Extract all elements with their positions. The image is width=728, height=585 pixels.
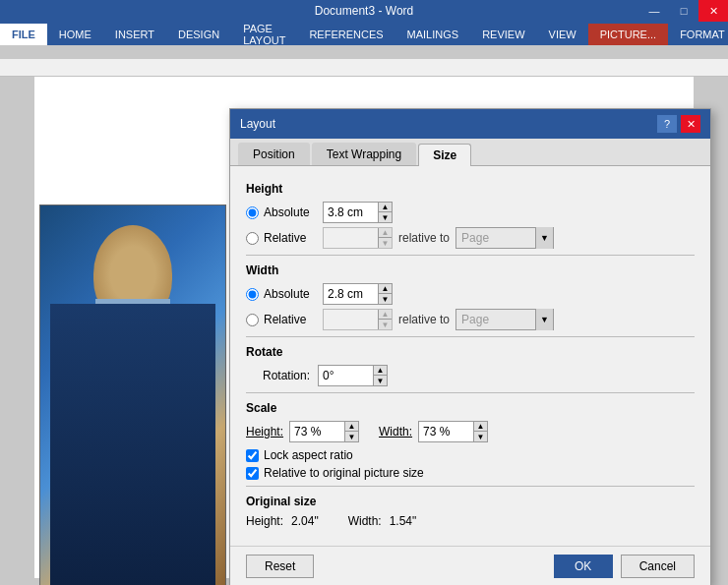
width-absolute-row: Absolute ▲ ▼ (246, 283, 695, 305)
height-relative-down-btn: ▼ (378, 238, 392, 248)
dialog-title: Layout (240, 117, 275, 131)
width-relative-spinner-btns: ▲ ▼ (378, 310, 392, 329)
original-height-label: Height: (246, 514, 283, 528)
width-absolute-label: Absolute (264, 287, 323, 301)
height-relative-up-btn: ▲ (378, 228, 392, 238)
width-relative-to-dropdown[interactable]: Page ▼ (455, 309, 554, 330)
scale-width-spinner[interactable]: ▲ ▼ (418, 421, 488, 442)
original-section-header: Original size (246, 495, 695, 508)
height-absolute-spinner-btns: ▲ ▼ (378, 203, 392, 222)
lock-aspect-row: Lock aspect ratio (246, 448, 695, 462)
height-relative-to-label: relative to (398, 231, 450, 245)
original-width-value: 1.54" (390, 514, 417, 528)
relative-original-row: Relative to original picture size (246, 466, 695, 480)
width-relative-to-arrow[interactable]: ▼ (535, 309, 553, 330)
width-relative-to-value: Page (456, 311, 535, 328)
height-relative-label: Relative (264, 231, 323, 245)
scale-height-input[interactable] (290, 422, 344, 441)
rotation-spinner[interactable]: ▲ ▼ (318, 365, 388, 386)
scale-values-row: Height: ▲ ▼ Width: ▲ (246, 421, 695, 442)
height-relative-row: Relative ▲ ▼ relative to Page ▼ (246, 227, 695, 249)
height-absolute-label: Absolute (264, 205, 323, 219)
dialog-footer: Reset OK Cancel (230, 546, 710, 585)
relative-original-checkbox[interactable] (246, 467, 259, 480)
scale-height-spinner[interactable]: ▲ ▼ (289, 421, 359, 442)
lock-aspect-label: Lock aspect ratio (264, 448, 353, 462)
width-relative-to-label: relative to (398, 313, 450, 326)
width-relative-label: Relative (264, 313, 323, 326)
lock-aspect-checkbox[interactable] (246, 449, 259, 462)
height-relative-spinner-btns: ▲ ▼ (378, 228, 392, 248)
width-relative-row: Relative ▲ ▼ relative to Page ▼ (246, 309, 695, 330)
tab-position[interactable]: Position (238, 143, 310, 165)
width-absolute-spinner-btns: ▲ ▼ (378, 284, 392, 304)
height-relative-to-arrow[interactable]: ▼ (535, 227, 553, 249)
height-absolute-down-btn[interactable]: ▼ (378, 212, 392, 222)
width-absolute-down-btn[interactable]: ▼ (378, 294, 392, 304)
tab-size[interactable]: Size (418, 144, 471, 166)
dialog-help-btn[interactable]: ? (657, 115, 677, 133)
dialog-tabs: Position Text Wrapping Size (230, 139, 710, 166)
original-height-item: Height: 2.04" (246, 514, 319, 528)
height-relative-to-value: Page (456, 229, 535, 247)
relative-original-label: Relative to original picture size (264, 466, 424, 480)
original-width-item: Width: 1.54" (348, 514, 417, 528)
original-values-row: Height: 2.04" Width: 1.54" (246, 514, 695, 528)
reset-button[interactable]: Reset (246, 555, 314, 578)
scale-width-down-btn[interactable]: ▼ (473, 432, 487, 441)
rotation-label: Rotation: (246, 369, 310, 382)
rotation-spinner-btns: ▲ ▼ (373, 366, 387, 385)
original-height-value: 2.04" (291, 514, 319, 528)
height-absolute-up-btn[interactable]: ▲ (378, 203, 392, 212)
height-relative-input (324, 228, 378, 248)
width-absolute-spinner[interactable]: ▲ ▼ (323, 283, 393, 305)
scale-width-label: Width: (379, 425, 412, 439)
scale-width-input[interactable] (419, 422, 473, 441)
scale-height-spinner-btns: ▲ ▼ (344, 422, 358, 441)
rotation-down-btn[interactable]: ▼ (373, 376, 387, 385)
rotation-row: Rotation: ▲ ▼ (246, 365, 695, 386)
height-relative-spinner: ▲ ▼ (323, 227, 393, 249)
scale-width-field: Width: ▲ ▼ (379, 421, 488, 442)
dialog-window-controls: ? ✕ (657, 115, 700, 133)
height-relative-radio[interactable] (246, 232, 259, 245)
rotate-section-header: Rotate (246, 345, 695, 359)
scale-width-spinner-btns: ▲ ▼ (473, 422, 487, 441)
width-relative-input (324, 310, 378, 329)
height-absolute-input[interactable] (324, 203, 378, 222)
width-relative-up-btn: ▲ (378, 310, 392, 320)
scale-height-field: Height: ▲ ▼ (246, 421, 359, 442)
scale-section-header: Scale (246, 401, 695, 415)
original-width-label: Width: (348, 514, 382, 528)
cancel-button[interactable]: Cancel (621, 555, 695, 578)
rotation-input[interactable] (319, 366, 373, 385)
tab-text-wrapping[interactable]: Text Wrapping (312, 143, 416, 165)
width-relative-radio[interactable] (246, 314, 259, 326)
dialog-body: Height Absolute ▲ ▼ Relative (230, 166, 710, 546)
scale-width-up-btn[interactable]: ▲ (473, 422, 487, 432)
height-absolute-radio[interactable] (246, 206, 259, 219)
height-relative-to-dropdown[interactable]: Page ▼ (455, 227, 554, 249)
ok-button[interactable]: OK (554, 555, 613, 578)
layout-dialog: Layout ? ✕ Position Text Wrapping Size H… (229, 108, 711, 585)
dialog-overlay: Layout ? ✕ Position Text Wrapping Size H… (0, 0, 728, 585)
width-absolute-radio[interactable] (246, 288, 259, 301)
dialog-titlebar: Layout ? ✕ (230, 109, 710, 139)
width-absolute-up-btn[interactable]: ▲ (378, 284, 392, 294)
rotation-up-btn[interactable]: ▲ (373, 366, 387, 376)
height-absolute-spinner[interactable]: ▲ ▼ (323, 202, 393, 223)
width-relative-spinner: ▲ ▼ (323, 309, 393, 330)
width-section-header: Width (246, 263, 695, 277)
scale-height-label: Height: (246, 425, 283, 439)
dialog-close-btn[interactable]: ✕ (681, 115, 700, 133)
width-relative-down-btn: ▼ (378, 320, 392, 329)
scale-height-down-btn[interactable]: ▼ (344, 432, 358, 441)
width-absolute-input[interactable] (324, 284, 378, 304)
height-absolute-row: Absolute ▲ ▼ (246, 202, 695, 223)
height-section-header: Height (246, 182, 695, 196)
scale-height-up-btn[interactable]: ▲ (344, 422, 358, 432)
